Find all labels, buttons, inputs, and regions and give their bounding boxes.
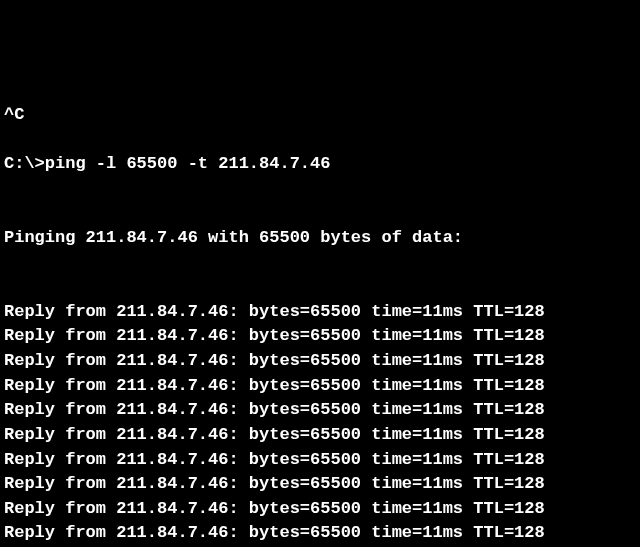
reply-line: Reply from 211.84.7.46: bytes=65500 time… <box>4 349 636 374</box>
reply-line: Reply from 211.84.7.46: bytes=65500 time… <box>4 521 636 546</box>
command-prompt-line: C:\>ping -l 65500 -t 211.84.7.46 <box>4 152 636 177</box>
interrupt-signal: ^C <box>4 103 636 128</box>
reply-line: Reply from 211.84.7.46: bytes=65500 time… <box>4 448 636 473</box>
reply-list: Reply from 211.84.7.46: bytes=65500 time… <box>4 300 636 547</box>
reply-line: Reply from 211.84.7.46: bytes=65500 time… <box>4 497 636 522</box>
reply-line: Reply from 211.84.7.46: bytes=65500 time… <box>4 374 636 399</box>
reply-line: Reply from 211.84.7.46: bytes=65500 time… <box>4 423 636 448</box>
reply-line: Reply from 211.84.7.46: bytes=65500 time… <box>4 324 636 349</box>
ping-header: Pinging 211.84.7.46 with 65500 bytes of … <box>4 226 636 251</box>
reply-line: Reply from 211.84.7.46: bytes=65500 time… <box>4 472 636 497</box>
reply-line: Reply from 211.84.7.46: bytes=65500 time… <box>4 300 636 325</box>
reply-line: Reply from 211.84.7.46: bytes=65500 time… <box>4 398 636 423</box>
